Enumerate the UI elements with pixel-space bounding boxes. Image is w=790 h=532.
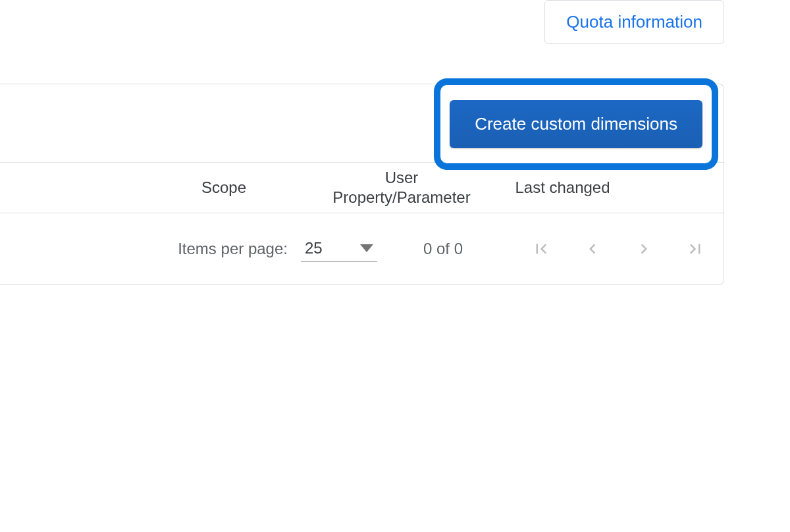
last-page-icon [685, 239, 705, 259]
column-header-user-property: User Property/Parameter [316, 168, 487, 207]
quota-information-button[interactable]: Quota information [544, 0, 724, 44]
previous-page-button[interactable] [580, 236, 605, 261]
items-per-page-label: Items per page: [178, 240, 288, 258]
first-page-icon [531, 239, 551, 259]
pagination-row: Items per page: 25 0 of 0 [0, 213, 724, 284]
dropdown-caret-icon [360, 244, 373, 252]
pagination-nav [529, 236, 708, 261]
create-custom-dimensions-button[interactable]: Create custom dimensions [450, 100, 702, 148]
top-actions: Quota information [0, 0, 790, 44]
page-size-value: 25 [305, 239, 323, 257]
table-header-row: Scope User Property/Parameter Last chang… [0, 163, 724, 213]
first-page-button[interactable] [529, 236, 554, 261]
chevron-right-icon [634, 239, 654, 259]
chevron-left-icon [583, 239, 602, 259]
last-page-button[interactable] [683, 236, 708, 261]
create-highlight-box: Create custom dimensions [434, 78, 718, 170]
column-header-scope: Scope [0, 178, 316, 197]
pagination-range: 0 of 0 [423, 240, 463, 258]
panel-header: Create custom dimensions [0, 84, 724, 163]
next-page-button[interactable] [631, 236, 656, 261]
page-size-select[interactable]: 25 [301, 236, 377, 262]
column-header-last-changed: Last changed [487, 178, 724, 197]
custom-dimensions-panel: Create custom dimensions Scope User Prop… [0, 84, 724, 285]
